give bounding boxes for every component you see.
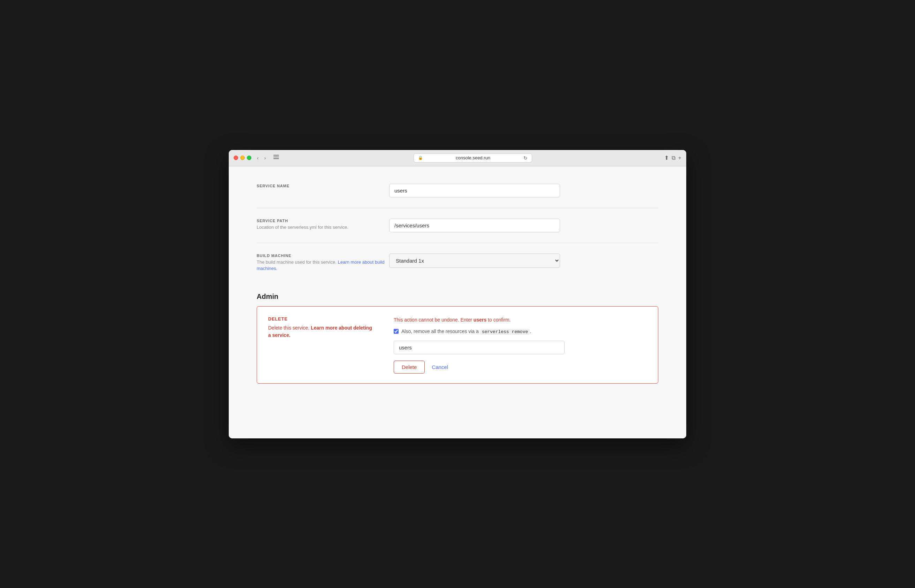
service-path-input-col: [389, 219, 658, 232]
browser-window: ‹ › 🔒 console.seed.run ↻ ⬆ ⧉ +: [229, 150, 686, 438]
delete-warning: This action cannot be undone. Enter user…: [394, 316, 647, 324]
confirm-delete-input[interactable]: [394, 341, 565, 354]
build-machine-select[interactable]: Standard 1x Standard 2x Standard 4x: [389, 254, 560, 268]
service-name-label-col: SERVICE NAME: [257, 184, 389, 189]
sidebar-toggle-button[interactable]: [271, 154, 281, 162]
service-path-section: SERVICE PATH Location of the serverless.…: [257, 208, 658, 243]
delete-right: This action cannot be undone. Enter user…: [394, 316, 647, 373]
browser-actions: ⬆ ⧉ +: [664, 155, 681, 161]
service-name-input-col: [389, 184, 658, 197]
address-bar: 🔒 console.seed.run ↻: [413, 153, 532, 163]
new-tab-button[interactable]: ⧉: [671, 155, 675, 161]
build-machine-label: BUILD MACHINE: [257, 254, 389, 258]
service-path-label-col: SERVICE PATH Location of the serverless.…: [257, 219, 389, 231]
service-path-input[interactable]: [389, 219, 560, 232]
lock-icon: 🔒: [418, 155, 423, 160]
add-tab-button[interactable]: +: [678, 155, 681, 161]
service-path-description: Location of the serverless.yml for this …: [257, 224, 389, 231]
checkbox-code: serverless remove: [480, 329, 530, 335]
svg-rect-2: [273, 158, 279, 159]
cancel-button[interactable]: Cancel: [430, 361, 449, 373]
build-machine-input-col: Standard 1x Standard 2x Standard 4x: [389, 254, 658, 268]
serverless-remove-checkbox[interactable]: [394, 329, 399, 334]
build-machine-label-col: BUILD MACHINE The build machine used for…: [257, 254, 389, 272]
build-machine-description: The build machine used for this service.…: [257, 259, 389, 272]
service-name-section: SERVICE NAME: [257, 180, 658, 208]
delete-warning-suffix: to confirm.: [486, 317, 510, 323]
checkbox-row: Also, remove all the resources via a ser…: [394, 328, 647, 334]
delete-actions: Delete Cancel: [394, 360, 647, 373]
traffic-light-red[interactable]: [234, 155, 238, 160]
svg-rect-0: [273, 155, 279, 155]
delete-button[interactable]: Delete: [394, 360, 425, 373]
page-content: SERVICE NAME SERVICE PATH Location of th…: [229, 166, 686, 438]
delete-description: Delete this service. Learn more about de…: [268, 324, 373, 339]
service-path-label: SERVICE PATH: [257, 219, 389, 223]
service-name-label: SERVICE NAME: [257, 184, 389, 188]
checkbox-label: Also, remove all the resources via a ser…: [401, 328, 531, 334]
admin-title: Admin: [257, 292, 658, 300]
traffic-light-yellow[interactable]: [240, 155, 245, 160]
delete-desc-text: Delete this service.: [268, 325, 309, 331]
share-button[interactable]: ⬆: [664, 155, 669, 161]
delete-left: DELETE Delete this service. Learn more a…: [268, 316, 373, 373]
checkbox-prefix: Also, remove all the resources via a: [401, 328, 480, 334]
delete-label: DELETE: [268, 316, 373, 321]
checkbox-suffix: .: [530, 328, 531, 334]
nav-buttons: ‹ ›: [255, 155, 268, 162]
traffic-light-green[interactable]: [247, 155, 252, 160]
forward-button[interactable]: ›: [262, 155, 268, 162]
browser-chrome: ‹ › 🔒 console.seed.run ↻ ⬆ ⧉ +: [229, 150, 686, 166]
address-bar-wrap: 🔒 console.seed.run ↻: [284, 153, 660, 163]
delete-warning-prefix: This action cannot be undone. Enter: [394, 317, 474, 323]
back-button[interactable]: ‹: [255, 155, 261, 162]
admin-section: Admin DELETE Delete this service. Learn …: [257, 282, 658, 384]
service-name-input[interactable]: [389, 184, 560, 197]
reload-button[interactable]: ↻: [523, 155, 528, 161]
url-text: console.seed.run: [425, 155, 521, 160]
delete-warning-value: users: [474, 317, 486, 323]
svg-rect-1: [273, 157, 279, 157]
delete-card: DELETE Delete this service. Learn more a…: [257, 306, 658, 384]
build-machine-desc-text: The build machine used for this service.: [257, 260, 337, 265]
build-machine-section: BUILD MACHINE The build machine used for…: [257, 243, 658, 282]
traffic-lights: [234, 155, 252, 160]
